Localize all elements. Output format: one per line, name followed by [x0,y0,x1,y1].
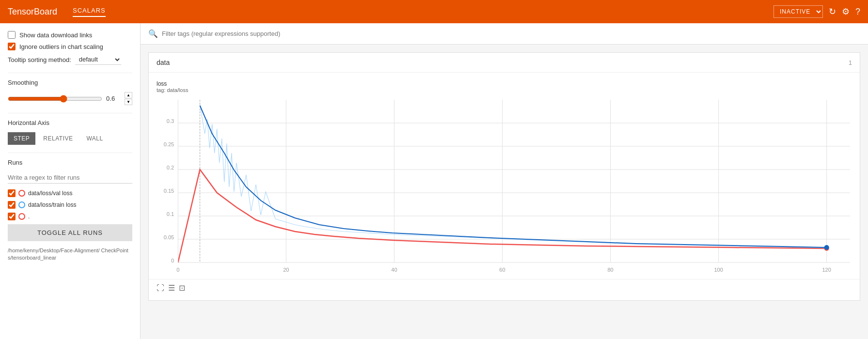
svg-text:0: 0 [171,258,174,263]
axis-title: Horizontal Axis [8,119,132,126]
fit-icon[interactable]: ⊡ [179,283,185,293]
smoothing-slider[interactable] [8,95,102,103]
svg-text:60: 60 [499,267,505,273]
run-item-dot: . [8,213,132,220]
run-dot-train-loss [18,201,25,208]
smoothing-value: 0.6 [106,95,121,102]
show-downloads-label: Show data download links [19,31,92,39]
divider-1 [8,73,132,73]
run-item-val-loss: data/loss/val loss [8,189,132,197]
svg-text:0.1: 0.1 [167,211,174,217]
filter-bar: 🔍 [141,23,868,45]
chart-area: loss tag: data/loss 0.3 [149,73,860,300]
chart-card-header: data 1 [149,53,860,73]
show-downloads-row: Show data download links [8,31,132,39]
nav-scalars[interactable]: SCALARS [73,7,106,17]
chart-svg: 0.3 0.25 0.2 0.15 0.1 0.05 0 [149,95,860,279]
smoothing-down[interactable]: ▼ [125,99,132,105]
tooltip-row: Tooltip sorting method: default ascendin… [8,54,132,65]
smoothing-up[interactable]: ▲ [125,92,132,98]
layout: Show data download links Ignore outliers… [0,23,868,339]
smoothing-section: Smoothing 0.6 ▲ ▼ [8,79,132,105]
toggle-all-runs-button[interactable]: TOGGLE ALL RUNS [8,224,132,241]
section-title: data [157,59,170,66]
section-num: 1 [849,59,852,66]
run-label-val-loss: data/loss/val loss [28,190,72,197]
list-icon[interactable]: ☰ [168,283,175,293]
axis-section: Horizontal Axis STEP RELATIVE WALL [8,119,132,145]
filter-input[interactable] [162,30,860,37]
chart-title: loss [157,80,852,87]
tooltip-select[interactable]: default ascending descending nearest [75,54,121,65]
run-dot-dot [18,213,25,220]
chart-card: data 1 loss tag: data/loss [148,52,860,301]
run-item-train-loss: data/loss/train loss [8,201,132,209]
run-label-dot: . [28,213,30,220]
chart-section: data 1 loss tag: data/loss [141,45,868,316]
sidebar: Show data download links Ignore outliers… [0,23,141,339]
ignore-outliers-row: Ignore outliers in chart scaling [8,43,132,50]
run-dot-val-loss [18,190,25,197]
smoothing-title: Smoothing [8,79,132,86]
svg-rect-0 [178,100,850,264]
runs-section: Runs data/loss/val loss data/loss/train … [8,159,132,220]
runs-filter-input[interactable] [8,172,132,184]
svg-text:120: 120 [822,267,831,273]
chart-meta: loss tag: data/loss [149,77,860,95]
main-content: 🔍 data 1 loss tag: data/loss [141,23,868,339]
smoothing-row: 0.6 ▲ ▼ [8,92,132,105]
svg-text:0.15: 0.15 [164,188,174,194]
axis-wall[interactable]: WALL [80,132,109,145]
help-icon[interactable]: ? [855,7,860,17]
svg-text:0.2: 0.2 [167,165,174,170]
divider-3 [8,153,132,153]
tooltip-label: Tooltip sorting method: [8,56,71,63]
divider-2 [8,113,132,113]
run-checkbox-val-loss[interactable] [8,189,16,197]
svg-text:0.05: 0.05 [164,234,174,240]
svg-text:20: 20 [283,267,289,273]
chart-footer: ⛶ ☰ ⊡ [149,279,860,296]
ignore-outliers-label: Ignore outliers in chart scaling [19,43,103,50]
svg-point-31 [824,245,829,250]
axis-relative[interactable]: RELATIVE [37,132,79,145]
chart-canvas: 0.3 0.25 0.2 0.15 0.1 0.05 0 [149,95,860,279]
checkpoint-path: /home/kenny/Desktop/Face-Alignment/ Chec… [8,247,132,262]
options-section: Show data download links Ignore outliers… [8,31,132,65]
ignore-outliers-checkbox[interactable] [8,43,16,50]
svg-text:40: 40 [391,267,397,273]
run-checkbox-train-loss[interactable] [8,201,16,209]
chart-tag: tag: data/loss [157,87,852,93]
refresh-icon[interactable]: ↻ [829,6,836,17]
status-select[interactable]: INACTIVE [773,5,823,18]
header: TensorBoard SCALARS INACTIVE ↻ ⚙ ? [0,0,868,23]
search-icon: 🔍 [148,29,158,38]
settings-icon[interactable]: ⚙ [842,6,850,17]
run-label-train-loss: data/loss/train loss [28,201,76,208]
axis-step[interactable]: STEP [8,132,35,145]
header-right: INACTIVE ↻ ⚙ ? [773,5,860,18]
expand-icon[interactable]: ⛶ [157,284,164,293]
svg-text:100: 100 [714,267,723,273]
svg-text:0.25: 0.25 [164,141,174,147]
svg-text:80: 80 [607,267,613,273]
app-logo: TensorBoard [8,7,57,17]
svg-text:0: 0 [176,267,179,273]
runs-title: Runs [8,159,132,166]
show-downloads-checkbox[interactable] [8,31,16,39]
svg-text:0.3: 0.3 [167,118,174,124]
axis-buttons: STEP RELATIVE WALL [8,132,132,145]
header-nav: SCALARS [73,7,773,17]
run-checkbox-dot[interactable] [8,213,16,220]
